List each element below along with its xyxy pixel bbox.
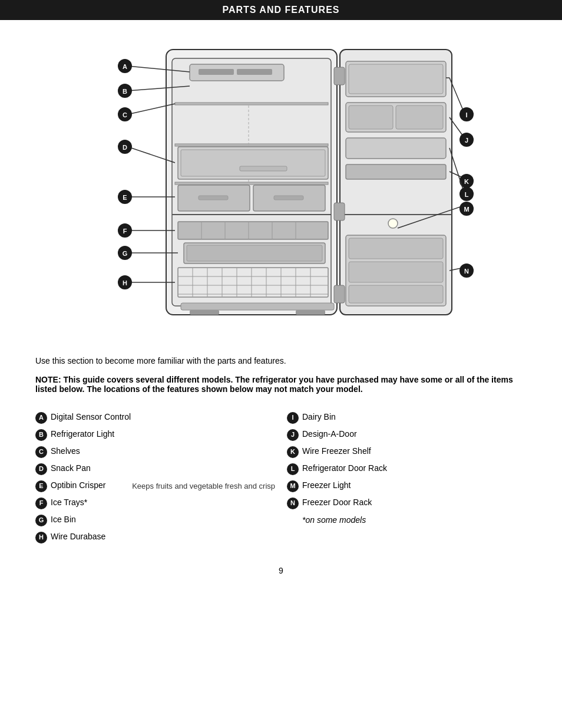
svg-text:M: M [464,206,469,213]
part-label: Ice Trays* [51,497,275,509]
svg-rect-7 [199,69,234,75]
svg-text:H: H [123,279,127,286]
svg-text:J: J [465,137,468,144]
svg-rect-44 [346,138,446,159]
page-title: PARTS AND FEATURES [0,0,562,20]
parts-left-column: ADigital Sensor ControlBRefrigerator Lig… [35,411,275,548]
part-label: Design-A-Door [302,429,527,440]
svg-rect-24 [187,245,322,261]
svg-text:A: A [123,63,127,70]
part-label: Freezer Door Rack [302,497,527,509]
svg-rect-53 [334,203,345,220]
part-label: Dairy Bin [302,411,527,423]
list-item: CShelves [35,446,275,458]
part-label: Snack Pan [51,463,275,475]
svg-point-47 [388,219,398,228]
footnote: *on some models [302,515,527,525]
diagram-area: A B C D E F G H I [75,32,487,338]
list-item: LRefrigerator Door Rack [287,463,527,475]
svg-text:D: D [123,144,127,151]
svg-text:L: L [465,191,469,198]
list-item: HWire Durabase [35,531,275,543]
part-badge: L [287,463,299,475]
svg-rect-40 [349,64,443,94]
part-label: Refrigerator Door Rack [302,463,527,475]
part-label: Shelves [51,446,275,457]
page-number: 9 [0,566,562,575]
svg-rect-12 [240,166,287,171]
svg-rect-98 [181,303,334,310]
part-label: Wire Freezer Shelf [302,446,527,457]
part-sublabel: Keeps fruits and vegetable fresh and cri… [132,481,275,492]
svg-rect-45 [346,164,446,179]
part-badge: J [287,429,299,441]
list-item: NFreezer Door Rack [287,497,527,509]
note-text: NOTE: This guide covers several differen… [35,375,527,394]
list-item: JDesign-A-Door [287,429,527,441]
svg-rect-4 [175,144,328,146]
svg-text:C: C [123,111,127,118]
svg-rect-8 [237,69,272,75]
svg-rect-52 [334,67,345,85]
part-badge: D [35,463,47,475]
part-badge: F [35,498,47,509]
list-item: IDairy Bin [287,411,527,424]
parts-right-column: IDairy BinJDesign-A-DoorKWire Freezer Sh… [287,411,527,548]
list-item: EOptibin CrisperKeeps fruits and vegetab… [35,480,275,492]
part-badge: H [35,532,47,543]
refrigerator-diagram: A B C D E F G H I [75,32,487,338]
svg-rect-49 [349,238,443,259]
svg-rect-99 [190,310,219,315]
svg-rect-51 [349,285,443,303]
svg-text:G: G [123,250,128,257]
part-label: Wire Durabase [51,531,275,543]
svg-text:K: K [464,178,469,185]
part-badge: E [35,480,47,492]
svg-rect-100 [296,310,325,315]
svg-rect-43 [396,106,443,129]
part-badge: G [35,515,47,526]
part-badge: M [287,480,299,492]
list-item: KWire Freezer Shelf [287,446,527,458]
parts-list: ADigital Sensor ControlBRefrigerator Lig… [35,411,527,548]
svg-text:I: I [465,111,467,118]
svg-rect-17 [178,222,328,239]
list-item: GIce Bin [35,514,275,526]
svg-rect-16 [274,196,303,200]
list-item: BRefrigerator Light [35,429,275,441]
part-badge: B [35,429,47,441]
part-badge: A [35,412,47,424]
part-label: Optibin Crisper [51,480,117,492]
list-item: FIce Trays* [35,497,275,509]
list-item: ADigital Sensor Control [35,411,275,424]
svg-rect-3 [175,103,328,105]
part-badge: C [35,446,47,458]
part-badge: N [287,498,299,509]
list-item: MFreezer Light [287,480,527,492]
svg-text:B: B [123,88,127,95]
svg-rect-42 [349,106,393,129]
svg-text:F: F [123,228,127,235]
svg-rect-5 [175,182,328,185]
list-item: DSnack Pan [35,463,275,475]
part-label: Refrigerator Light [51,429,275,440]
part-label: Freezer Light [302,480,527,492]
svg-rect-15 [199,196,228,200]
svg-rect-54 [334,285,345,303]
part-label: Ice Bin [51,514,275,526]
part-label: Digital Sensor Control [51,411,275,423]
svg-rect-50 [349,262,443,282]
part-badge: I [287,412,299,424]
part-badge: K [287,446,299,458]
svg-text:N: N [464,268,469,275]
intro-text: Use this section to become more familiar… [35,356,527,365]
svg-text:E: E [123,194,127,201]
svg-rect-11 [181,150,325,176]
